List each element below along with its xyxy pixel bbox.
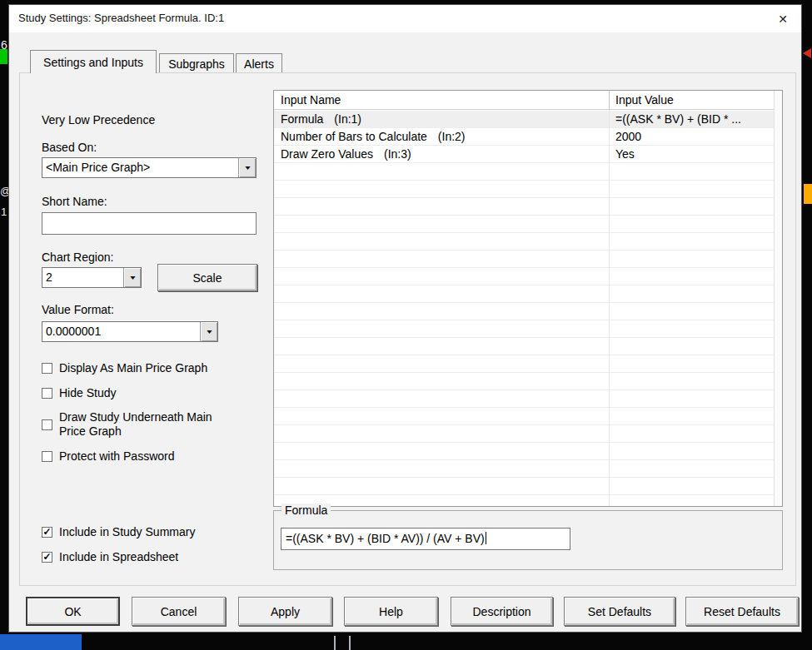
apply-button[interactable]: Apply: [238, 597, 332, 626]
checkbox-include-in-study-summary[interactable]: ✓ Include in Study Summary: [42, 525, 195, 539]
set-defaults-button[interactable]: Set Defaults: [564, 597, 675, 626]
chevron-down-icon: ▼: [243, 165, 252, 171]
value-format-dropdown[interactable]: 0.0000001 ▼: [42, 321, 218, 342]
checkbox-label: Display As Main Price Graph: [59, 361, 207, 375]
checkbox-box[interactable]: [42, 451, 52, 462]
table-empty-rows: [274, 163, 774, 506]
formula-groupbox: Formula =((ASK * BV) + (BID * AV)) / (AV…: [273, 510, 783, 570]
background-one-text: 1: [1, 206, 7, 218]
background-orange-block: [804, 184, 812, 204]
table-row-draw-zero-values[interactable]: Draw Zero Values(In:3) Yes: [274, 146, 774, 163]
chart-region-label: Chart Region:: [42, 251, 113, 264]
scale-button[interactable]: Scale: [157, 264, 257, 291]
checkbox-label: Include in Spreadsheet: [59, 550, 178, 564]
checkbox-protect-with-password[interactable]: Protect with Password: [42, 449, 175, 464]
help-button[interactable]: Help: [344, 597, 438, 626]
study-settings-dialog: Study Settings: Spreadsheet Formula. ID:…: [8, 4, 802, 633]
table-row-formula[interactable]: Formula(In:1) =((ASK * BV) + (BID * ...: [274, 111, 774, 128]
text-caret: [486, 532, 486, 544]
based-on-dropdown-button[interactable]: ▼: [238, 158, 256, 177]
chevron-down-icon: ▼: [128, 275, 137, 280]
chart-region-value: 2: [42, 268, 123, 287]
value-format-value: 0.0000001: [42, 322, 200, 341]
input-name-cell: Draw Zero Values(In:3): [281, 147, 411, 161]
column-divider-header[interactable]: [609, 91, 610, 110]
input-value-cell: =((ASK * BV) + (BID * ...: [615, 112, 741, 126]
inputs-table: Input Name Input Value Formula(In:1) =((…: [273, 90, 783, 507]
input-name-cell: Number of Bars to Calculate(In:2): [281, 130, 466, 143]
checkbox-label: Hide Study: [59, 386, 116, 400]
chart-region-dropdown-button[interactable]: ▼: [123, 268, 141, 287]
formula-group-label: Formula: [281, 504, 331, 517]
short-name-input[interactable]: [42, 212, 257, 235]
chart-region-dropdown[interactable]: 2 ▼: [42, 267, 142, 288]
column-header-input-value[interactable]: Input Value: [615, 93, 674, 107]
input-name-cell: Formula(In:1): [281, 112, 361, 126]
value-format-label: Value Format:: [42, 303, 114, 316]
checkbox-box[interactable]: [42, 419, 52, 430]
input-id: (In:3): [384, 147, 411, 161]
value-format-dropdown-button[interactable]: ▼: [200, 322, 217, 341]
checkbox-hide-study[interactable]: Hide Study: [42, 386, 116, 400]
ok-button[interactable]: OK: [26, 597, 120, 626]
checkbox-label: Include in Study Summary: [59, 525, 195, 539]
column-header-input-name[interactable]: Input Name: [281, 93, 341, 107]
background-taskbar-segment: [0, 634, 82, 650]
table-row-number-of-bars[interactable]: Number of Bars to Calculate(In:2) 2000: [274, 128, 774, 146]
chevron-down-icon: ▼: [205, 329, 213, 335]
based-on-value: <Main Price Graph>: [42, 158, 238, 177]
input-id: (In:2): [438, 130, 466, 143]
precedence-text: Very Low Precedence: [42, 113, 155, 127]
based-on-label: Based On:: [42, 141, 97, 154]
tab-content-layer: Very Low Precedence Based On: <Main Pric…: [9, 5, 801, 632]
short-name-label: Short Name:: [42, 195, 107, 208]
table-header: Input Name Input Value: [274, 91, 774, 110]
checkbox-box[interactable]: [42, 388, 52, 399]
checkbox-include-in-spreadsheet[interactable]: ✓ Include in Spreadsheet: [42, 550, 178, 564]
column-divider: [609, 91, 610, 506]
based-on-dropdown[interactable]: <Main Price Graph> ▼: [42, 157, 257, 178]
checkbox-label: Protect with Password: [59, 449, 175, 464]
input-id: (In:1): [334, 112, 361, 126]
checkbox-display-as-main-price-graph[interactable]: Display As Main Price Graph: [42, 361, 207, 375]
input-value-cell: 2000: [615, 130, 641, 143]
checkbox-box[interactable]: [42, 363, 52, 374]
background-divider-line: [334, 636, 336, 650]
cancel-button[interactable]: Cancel: [132, 597, 226, 626]
background-green-block: [0, 49, 7, 64]
formula-input[interactable]: =((ASK * BV) + (BID * AV)) / (AV + BV): [281, 528, 570, 550]
checkbox-draw-study-underneath[interactable]: Draw Study Underneath Main Price Graph: [42, 410, 222, 439]
input-value-cell: Yes: [615, 147, 635, 161]
formula-text: =((ASK * BV) + (BID * AV)) / (AV + BV): [286, 532, 485, 545]
checkbox-box[interactable]: ✓: [42, 552, 52, 563]
reset-defaults-button[interactable]: Reset Defaults: [685, 597, 799, 626]
description-button[interactable]: Description: [451, 597, 553, 626]
background-divider-line: [349, 636, 351, 650]
checkbox-box[interactable]: ✓: [42, 527, 52, 538]
checkbox-label: Draw Study Underneath Main Price Graph: [59, 410, 222, 439]
scroll-left-arrow-icon: [803, 48, 811, 58]
table-scrollbar[interactable]: [774, 91, 782, 506]
